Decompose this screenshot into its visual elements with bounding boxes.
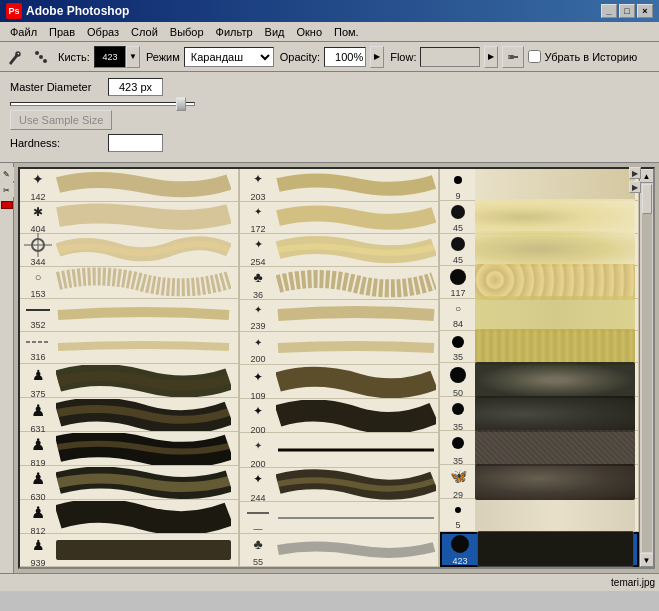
svg-text:✦: ✦: [254, 304, 262, 315]
brush-item-254[interactable]: ✦ 254: [240, 234, 439, 267]
brush-item-35c[interactable]: 35: [440, 431, 639, 465]
brush-stroke-630: [56, 465, 235, 501]
side-tool-2[interactable]: ✂: [0, 183, 14, 197]
diameter-slider-thumb[interactable]: [176, 97, 186, 111]
svg-point-44: [452, 437, 464, 449]
brush-item-45a[interactable]: 45: [440, 201, 639, 233]
brush-texture-45b: [475, 231, 635, 267]
brush-item-line[interactable]: —: [240, 502, 439, 535]
history-checkbox[interactable]: [528, 50, 541, 63]
menu-layer[interactable]: Слой: [125, 24, 164, 40]
brush-item-109[interactable]: ✦ 109: [240, 365, 439, 399]
brush-item-172[interactable]: ✦ 172: [240, 202, 439, 235]
brush-item-200c[interactable]: ✦ 200: [240, 433, 439, 467]
mode-dropdown[interactable]: Карандаш Нормально Растворить: [184, 47, 274, 67]
hardness-input[interactable]: [108, 134, 163, 152]
svg-text:🦋: 🦋: [450, 468, 468, 485]
brush-item-631[interactable]: ♟ 631: [20, 398, 239, 432]
brush-size-display: 423: [102, 52, 117, 62]
brush-item-55[interactable]: ♣ 55: [240, 534, 439, 567]
maximize-button[interactable]: □: [619, 4, 635, 18]
brush-item-203[interactable]: ✦ 203: [240, 169, 439, 202]
scroll-thumb[interactable]: [642, 184, 652, 214]
menu-help[interactable]: Пом.: [328, 24, 365, 40]
brush-item-117[interactable]: 117: [440, 266, 639, 298]
brush-item-244[interactable]: ✦ 244: [240, 468, 439, 502]
brush-item-142[interactable]: ✦ 142: [20, 169, 239, 202]
app-icon: Ps: [6, 3, 22, 19]
svg-point-47: [451, 535, 469, 553]
history-checkbox-area: Убрать в Историю: [528, 50, 637, 63]
svg-point-46: [455, 507, 461, 513]
minimize-button[interactable]: _: [601, 4, 617, 18]
diameter-slider-track[interactable]: [10, 102, 195, 106]
flow-dropdown-btn[interactable]: ▶: [484, 46, 498, 68]
brush-texture-29: [475, 464, 635, 500]
svg-text:♣: ♣: [253, 536, 262, 552]
brush-item-812[interactable]: ♟ 812: [20, 500, 239, 534]
menu-file[interactable]: Файл: [4, 24, 43, 40]
brush-item-239[interactable]: ✦ 239: [240, 300, 439, 333]
brush-item-316[interactable]: 316: [20, 332, 239, 365]
brush-item-404[interactable]: ✱ 404: [20, 202, 239, 235]
brush-item-375[interactable]: ♟ 375: [20, 364, 239, 398]
brush-column-1: ✦ 142 ✱ 404: [20, 169, 240, 567]
brush-item-36[interactable]: ♣ 36: [240, 267, 439, 300]
brush-item-200a[interactable]: ✦ 200: [240, 332, 439, 365]
opacity-input[interactable]: [324, 47, 366, 67]
brush-item-29[interactable]: 🦋 29: [440, 465, 639, 499]
brush-icon-153: ○ 153: [23, 265, 53, 299]
tool-options-icon[interactable]: [30, 46, 52, 68]
brush-texture-35b: [475, 396, 635, 432]
red-indicator: [1, 201, 13, 209]
side-tool-1[interactable]: ✎: [0, 167, 14, 181]
brush-item-35a[interactable]: 35: [440, 331, 639, 363]
brush-tool-icon[interactable]: [4, 46, 26, 68]
brush-dropdown-btn[interactable]: ▼: [126, 46, 140, 68]
use-sample-size-button[interactable]: Use Sample Size: [10, 110, 112, 130]
brush-item-9[interactable]: 9: [440, 169, 639, 201]
tool-options-bar: Кисть: 423 ▼ Режим Карандаш Нормально Ра…: [0, 42, 659, 72]
flow-input[interactable]: [420, 47, 480, 67]
brushes-scrollbar[interactable]: ▲ ▼: [639, 169, 653, 567]
brush-item-84[interactable]: ○ 84: [440, 299, 639, 331]
brush-item-35b[interactable]: 35: [440, 397, 639, 431]
brush-item-5[interactable]: 5: [440, 499, 639, 531]
brush-icon-117: 117: [443, 266, 473, 298]
brush-item-352[interactable]: 352: [20, 299, 239, 332]
brush-icon-200a: ✦ 200: [243, 332, 273, 364]
brush-item-45b[interactable]: 45: [440, 234, 639, 266]
brush-item-939[interactable]: ♟ 939: [20, 534, 239, 567]
brush-item-630[interactable]: ♟ 630: [20, 466, 239, 500]
opacity-dropdown-btn[interactable]: ▶: [370, 46, 384, 68]
brush-preview[interactable]: 423: [94, 46, 126, 68]
brush-item-344[interactable]: 344: [20, 234, 239, 267]
brush-icon-423: 423: [445, 532, 475, 566]
brush-column-3: 9 45: [440, 169, 639, 567]
scroll-up-arrow[interactable]: ▲: [640, 169, 654, 183]
close-button[interactable]: ×: [637, 4, 653, 18]
expand-right-btn[interactable]: ▶: [629, 167, 641, 179]
airbrush-button[interactable]: [502, 46, 524, 68]
brush-item-200b[interactable]: ✦ 200: [240, 399, 439, 433]
svg-text:✦: ✦: [253, 404, 263, 418]
expand-buttons: ▶ ▶: [629, 167, 641, 193]
diameter-input[interactable]: [108, 78, 163, 96]
brush-stroke-36: [276, 265, 436, 301]
scroll-track[interactable]: [642, 184, 652, 552]
menu-edit[interactable]: Прав: [43, 24, 81, 40]
expand-down-btn[interactable]: ▶: [629, 181, 641, 193]
menu-image[interactable]: Образ: [81, 24, 125, 40]
menu-window[interactable]: Окно: [290, 24, 328, 40]
menu-view[interactable]: Вид: [259, 24, 291, 40]
brush-item-153[interactable]: ○ 153: [20, 267, 239, 300]
menu-filter[interactable]: Фильтр: [210, 24, 259, 40]
brush-item-50[interactable]: 50: [440, 363, 639, 397]
brush-item-819[interactable]: ♟ 819: [20, 432, 239, 466]
window-controls: _ □ ×: [601, 4, 653, 18]
svg-point-36: [454, 176, 462, 184]
brush-stroke-239: [276, 297, 436, 333]
scroll-down-arrow[interactable]: ▼: [640, 553, 654, 567]
brush-item-423[interactable]: 423: [440, 532, 639, 567]
menu-select[interactable]: Выбор: [164, 24, 210, 40]
